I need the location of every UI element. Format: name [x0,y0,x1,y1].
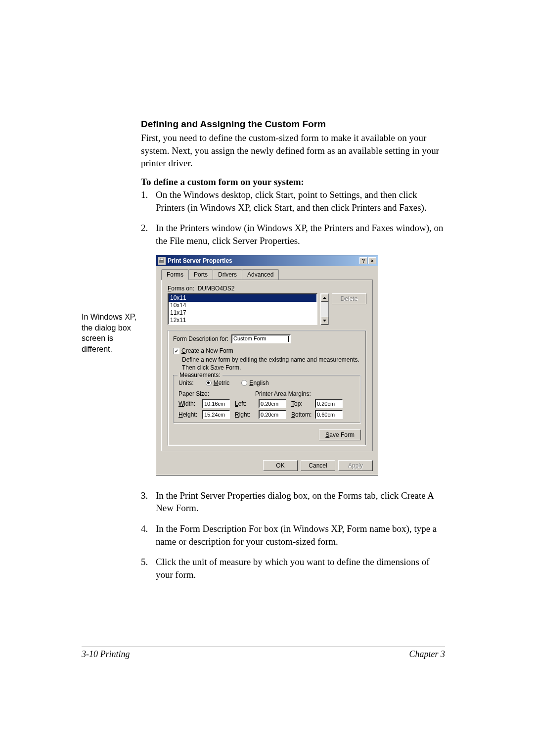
step-number: 2. [141,222,156,247]
top-input[interactable] [315,399,343,408]
step-number: 1. [141,189,156,214]
units-label: Units: [178,379,194,386]
measurements-group: Measurements: Units: Metric English [173,375,361,424]
create-new-form-label: Create a New Form [181,347,233,354]
right-label: Right: [235,411,257,418]
form-description-label: Form Description for: [173,335,228,342]
height-label: Height: [178,411,200,418]
forms-listbox[interactable]: 10x11 10x14 11x17 12x11 [168,293,317,325]
close-button[interactable]: × [368,257,376,264]
step-text: In the Form Description For box (in Wind… [156,522,445,548]
text-caret-icon [288,336,289,342]
cancel-button[interactable]: Cancel [301,460,335,471]
step-item: 5. Click the unit of measure by which yo… [141,556,445,581]
dialog-titlebar: Print Server Properties ? × [156,255,378,266]
delete-button: Delete [332,293,366,304]
svg-marker-3 [323,320,326,322]
save-form-button[interactable]: Save Form [319,429,361,440]
top-label: Top: [291,400,313,407]
scroll-down-icon[interactable] [321,317,328,325]
step-text: On the Windows desktop, click Start, poi… [156,189,445,214]
margin-note: In Windows XP, the dialog box screen is … [82,312,141,354]
print-server-properties-dialog: Print Server Properties ? × Forms Ports … [156,255,378,475]
height-input[interactable] [202,410,230,419]
paper-size-header: Paper Size: [178,390,255,397]
forms-on-label: Forms on: DUMBO4DS2 [168,285,366,292]
printer-margins-header: Printer Area Margins: [255,390,311,397]
units-english-radio[interactable]: English [241,379,268,386]
width-input[interactable] [202,399,230,408]
bottom-input[interactable] [315,410,343,419]
step-item: 4. In the Form Description For box (in W… [141,522,445,548]
list-item[interactable]: 10x11 [169,294,316,302]
section-heading: Defining and Assigning the Custom Form [141,119,445,130]
units-metric-radio[interactable]: Metric [206,379,230,386]
step-number: 4. [141,522,156,548]
bottom-label: Bottom: [291,411,313,418]
step-item: 1. On the Windows desktop, click Start, … [141,189,445,214]
svg-rect-1 [160,258,163,260]
svg-marker-2 [323,297,326,299]
tab-forms[interactable]: Forms [161,269,189,280]
left-input[interactable] [259,399,286,408]
tab-drivers[interactable]: Drivers [213,269,242,280]
forms-on-value: DUMBO4DS2 [198,285,235,292]
printer-icon [158,257,166,265]
scroll-up-icon[interactable] [321,294,328,302]
right-input[interactable] [259,410,286,419]
step-text: In the Printers window (in Windows XP, t… [156,222,445,247]
list-item[interactable]: 10x14 [169,302,316,309]
step-text: In the Print Server Properties dialog bo… [156,489,445,515]
width-label: Width: [178,400,200,407]
list-item[interactable]: 12x11 [169,317,316,324]
tab-ports[interactable]: Ports [188,269,213,280]
dialog-tabs: Forms Ports Drivers Advanced [161,269,373,280]
create-new-form-hint: Define a new form by editing the existin… [182,356,361,372]
form-description-input[interactable]: Custom Form [231,334,291,343]
measurements-legend: Measurements: [178,372,222,378]
dialog-title: Print Server Properties [168,257,359,264]
step-number: 3. [141,489,156,515]
page-footer: 3-10 Printing Chapter 3 [82,647,445,660]
create-new-form-checkbox[interactable]: ✓ [173,348,179,354]
step-text: Click the unit of measure by which you w… [156,556,445,581]
footer-right: Chapter 3 [409,649,445,660]
footer-left: 3-10 Printing [82,649,130,660]
tab-advanced[interactable]: Advanced [242,269,279,280]
intro-paragraph: First, you need to define the custom-siz… [141,132,445,170]
left-label: Left: [235,400,257,407]
step-item: 2. In the Printers window (in Windows XP… [141,222,445,247]
ok-button[interactable]: OK [263,460,298,471]
step-number: 5. [141,556,156,581]
listbox-scrollbar[interactable] [320,293,329,325]
form-description-group: Form Description for: Custom Form ✓ Crea… [168,330,366,445]
apply-button: Apply [338,460,373,471]
procedure-lead: To define a custom form on your system: [141,177,445,188]
list-item[interactable]: 11x17 [169,309,316,317]
help-button[interactable]: ? [359,257,367,264]
step-item: 3. In the Print Server Properties dialog… [141,489,445,515]
